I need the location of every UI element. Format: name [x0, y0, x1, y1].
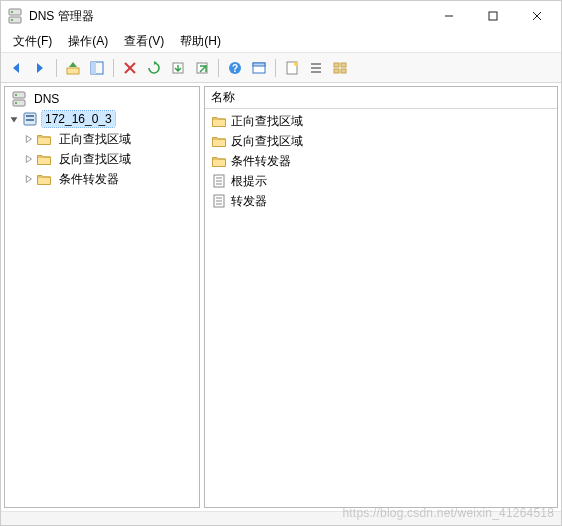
- window-title: DNS 管理器: [29, 8, 427, 25]
- tree-reverse-zones[interactable]: 反向查找区域: [7, 149, 197, 169]
- arrow-right-icon: [32, 60, 48, 76]
- list-item-label: 转发器: [231, 193, 267, 210]
- tree-conditional-forwarders[interactable]: 条件转发器: [7, 169, 197, 189]
- back-button[interactable]: [5, 57, 27, 79]
- delete-icon: [122, 60, 138, 76]
- tree-toggle-closed[interactable]: [21, 152, 35, 166]
- minimize-icon: [444, 11, 454, 21]
- list-header-name: 名称: [211, 89, 235, 106]
- launch-icon: [194, 60, 210, 76]
- tree-toggle-closed[interactable]: [21, 132, 35, 146]
- launch-button[interactable]: [191, 57, 213, 79]
- list-view2-button[interactable]: [329, 57, 351, 79]
- tree-toggle-open[interactable]: [7, 112, 21, 126]
- folder-icon: [36, 131, 52, 147]
- refresh-icon: [146, 60, 162, 76]
- tree-item-label: 反向查找区域: [56, 150, 134, 169]
- svg-rect-32: [489, 12, 497, 20]
- up-button[interactable]: [62, 57, 84, 79]
- tree-pane-icon: [89, 60, 105, 76]
- help-icon: [227, 60, 243, 76]
- folder-icon: [211, 113, 227, 129]
- document-icon: [211, 173, 227, 189]
- properties-icon: [251, 60, 267, 76]
- list-item[interactable]: 正向查找区域: [209, 111, 553, 131]
- tree-toggle-closed[interactable]: [21, 172, 35, 186]
- chevron-down-icon: [8, 113, 20, 125]
- arrow-left-icon: [8, 60, 24, 76]
- close-icon: [532, 11, 542, 21]
- tree: DNS 172_16_0_3 正向查找区域 反向查: [5, 87, 199, 191]
- new-icon: [284, 60, 300, 76]
- delete-button[interactable]: [119, 57, 141, 79]
- tree-root-label: DNS: [31, 91, 62, 107]
- svg-line-33: [533, 12, 541, 20]
- toolbar-separator: [113, 59, 114, 77]
- list-pane: 名称 正向查找区域 反向查找区域 条件转发器 根提示: [204, 86, 558, 508]
- chevron-right-icon: [22, 153, 34, 165]
- list-item[interactable]: 条件转发器: [209, 151, 553, 171]
- maximize-icon: [488, 11, 498, 21]
- tiles-icon: [332, 60, 348, 76]
- menu-view[interactable]: 查看(V): [116, 31, 172, 52]
- list-item-label: 条件转发器: [231, 153, 291, 170]
- export-button[interactable]: [167, 57, 189, 79]
- forward-button[interactable]: [29, 57, 51, 79]
- statusbar: [1, 511, 561, 525]
- toggle-tree-button[interactable]: [86, 57, 108, 79]
- document-icon: [211, 193, 227, 209]
- minimize-button[interactable]: [427, 2, 471, 30]
- list-body: 正向查找区域 反向查找区域 条件转发器 根提示 转发器: [205, 109, 557, 213]
- tree-item-label: 条件转发器: [56, 170, 122, 189]
- folder-icon: [36, 151, 52, 167]
- list-item[interactable]: 根提示: [209, 171, 553, 191]
- list-item-label: 正向查找区域: [231, 113, 303, 130]
- list-item[interactable]: 转发器: [209, 191, 553, 211]
- server-icon: [22, 111, 38, 127]
- menu-action[interactable]: 操作(A): [60, 31, 116, 52]
- list-item-label: 反向查找区域: [231, 133, 303, 150]
- tree-pane: DNS 172_16_0_3 正向查找区域 反向查: [4, 86, 200, 508]
- titlebar: DNS 管理器: [1, 1, 561, 31]
- svg-line-34: [533, 12, 541, 20]
- menu-help[interactable]: 帮助(H): [172, 31, 229, 52]
- toolbar: [1, 53, 561, 83]
- properties-button[interactable]: [248, 57, 270, 79]
- app-icon: [7, 8, 23, 24]
- export-icon: [170, 60, 186, 76]
- menu-file[interactable]: 文件(F): [5, 31, 60, 52]
- folder-icon: [211, 153, 227, 169]
- list-icon: [308, 60, 324, 76]
- refresh-button[interactable]: [143, 57, 165, 79]
- tree-server[interactable]: 172_16_0_3: [7, 109, 197, 129]
- help-button[interactable]: [224, 57, 246, 79]
- new-button[interactable]: [281, 57, 303, 79]
- tree-server-label: 172_16_0_3: [42, 111, 115, 127]
- list-view1-button[interactable]: [305, 57, 327, 79]
- maximize-button[interactable]: [471, 2, 515, 30]
- tree-forward-zones[interactable]: 正向查找区域: [7, 129, 197, 149]
- close-button[interactable]: [515, 2, 559, 30]
- toolbar-separator: [275, 59, 276, 77]
- folder-icon: [36, 171, 52, 187]
- dns-icon: [11, 91, 27, 107]
- list-item[interactable]: 反向查找区域: [209, 131, 553, 151]
- tree-item-label: 正向查找区域: [56, 130, 134, 149]
- menubar: 文件(F) 操作(A) 查看(V) 帮助(H): [1, 31, 561, 53]
- chevron-right-icon: [22, 133, 34, 145]
- up-icon: [65, 60, 81, 76]
- body-split: DNS 172_16_0_3 正向查找区域 反向查: [1, 83, 561, 511]
- list-item-label: 根提示: [231, 173, 267, 190]
- toolbar-separator: [218, 59, 219, 77]
- tree-root[interactable]: DNS: [7, 89, 197, 109]
- chevron-right-icon: [22, 173, 34, 185]
- toolbar-separator: [56, 59, 57, 77]
- folder-icon: [211, 133, 227, 149]
- list-column-header[interactable]: 名称: [205, 87, 557, 109]
- dns-manager-window: DNS 管理器 文件(F) 操作(A) 查看(V) 帮助(H): [0, 0, 562, 526]
